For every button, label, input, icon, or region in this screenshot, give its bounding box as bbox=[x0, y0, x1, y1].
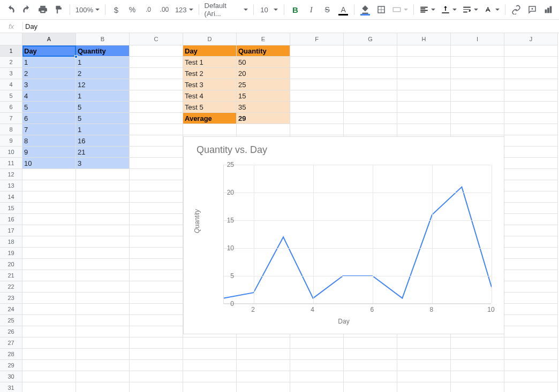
cell[interactable] bbox=[344, 349, 397, 360]
cell[interactable] bbox=[451, 113, 504, 124]
cell[interactable] bbox=[130, 360, 183, 371]
cell[interactable] bbox=[344, 102, 397, 113]
cell[interactable] bbox=[76, 214, 130, 225]
currency-button[interactable]: $ bbox=[109, 2, 124, 17]
cell[interactable] bbox=[130, 147, 183, 158]
row-header[interactable]: 8 bbox=[0, 124, 22, 135]
row-header[interactable]: 28 bbox=[0, 349, 22, 360]
cell[interactable] bbox=[130, 45, 183, 57]
cell[interactable] bbox=[76, 349, 130, 360]
insert-comment-button[interactable] bbox=[525, 2, 540, 17]
cell[interactable] bbox=[290, 45, 344, 57]
cell[interactable] bbox=[504, 281, 558, 293]
select-all-corner[interactable] bbox=[0, 33, 22, 45]
cell[interactable] bbox=[451, 90, 504, 102]
cell[interactable] bbox=[130, 214, 183, 225]
cell[interactable] bbox=[130, 382, 183, 392]
cell[interactable]: Test 4 bbox=[183, 90, 237, 102]
cell[interactable]: Average bbox=[183, 113, 237, 124]
cell[interactable] bbox=[22, 214, 76, 225]
cell[interactable] bbox=[397, 90, 451, 102]
cell[interactable] bbox=[76, 315, 130, 326]
cell[interactable] bbox=[397, 349, 451, 360]
cell[interactable] bbox=[22, 225, 76, 236]
cell[interactable]: Day bbox=[22, 45, 76, 57]
text-color-button[interactable]: A bbox=[336, 2, 351, 17]
cell[interactable] bbox=[504, 90, 558, 102]
cell[interactable] bbox=[290, 349, 344, 360]
percent-button[interactable]: % bbox=[125, 2, 140, 17]
cell[interactable] bbox=[237, 371, 290, 382]
cell[interactable] bbox=[504, 304, 558, 315]
print-button[interactable] bbox=[35, 2, 50, 17]
cell[interactable] bbox=[451, 371, 504, 382]
merge-cells-dropdown[interactable] bbox=[390, 2, 410, 17]
cell[interactable]: 3 bbox=[76, 158, 130, 169]
cell[interactable]: 9 bbox=[22, 147, 76, 158]
cell[interactable] bbox=[504, 315, 558, 326]
cell[interactable] bbox=[130, 158, 183, 169]
cell[interactable] bbox=[130, 180, 183, 191]
cell[interactable]: Test 2 bbox=[183, 68, 237, 79]
cell[interactable]: 2 bbox=[22, 68, 76, 79]
row-header[interactable]: 7 bbox=[0, 113, 22, 124]
cell[interactable] bbox=[397, 360, 451, 371]
cell[interactable] bbox=[290, 90, 344, 102]
cell[interactable] bbox=[451, 102, 504, 113]
cell[interactable] bbox=[130, 113, 183, 124]
cell[interactable] bbox=[504, 180, 558, 191]
column-header[interactable]: I bbox=[451, 33, 504, 45]
text-rotation-dropdown[interactable] bbox=[481, 2, 502, 17]
spreadsheet-grid[interactable]: ABCDEFGHIJ 12345678910111213141516171819… bbox=[0, 33, 559, 392]
cell[interactable] bbox=[397, 68, 451, 79]
cell[interactable]: 29 bbox=[237, 113, 290, 124]
cell[interactable] bbox=[130, 57, 183, 68]
cell[interactable] bbox=[504, 135, 558, 147]
cell[interactable] bbox=[130, 270, 183, 281]
cell[interactable] bbox=[130, 304, 183, 315]
row-header[interactable]: 29 bbox=[0, 360, 22, 371]
row-header[interactable]: 17 bbox=[0, 225, 22, 236]
row-header[interactable]: 14 bbox=[0, 191, 22, 203]
cell[interactable] bbox=[504, 293, 558, 304]
cell[interactable] bbox=[504, 191, 558, 203]
cell[interactable] bbox=[290, 337, 344, 349]
row-header[interactable]: 22 bbox=[0, 281, 22, 293]
cell[interactable] bbox=[504, 147, 558, 158]
cell[interactable] bbox=[130, 79, 183, 90]
cell[interactable] bbox=[130, 169, 183, 180]
fill-color-button[interactable] bbox=[358, 2, 373, 17]
cell[interactable] bbox=[76, 203, 130, 214]
row-header[interactable]: 26 bbox=[0, 326, 22, 337]
cell[interactable] bbox=[130, 259, 183, 270]
cell[interactable] bbox=[130, 124, 183, 135]
cell[interactable] bbox=[76, 248, 130, 259]
cell[interactable] bbox=[504, 382, 558, 392]
column-header[interactable]: A bbox=[22, 33, 76, 45]
cell[interactable]: 4 bbox=[22, 90, 76, 102]
cell[interactable] bbox=[76, 382, 130, 392]
cell[interactable] bbox=[76, 180, 130, 191]
cell[interactable] bbox=[22, 304, 76, 315]
cell[interactable]: 21 bbox=[76, 147, 130, 158]
cell[interactable] bbox=[451, 382, 504, 392]
cell[interactable] bbox=[22, 349, 76, 360]
cell[interactable] bbox=[130, 293, 183, 304]
insert-chart-button[interactable] bbox=[541, 2, 556, 17]
row-header[interactable]: 4 bbox=[0, 79, 22, 90]
cell[interactable] bbox=[130, 326, 183, 337]
cell[interactable] bbox=[344, 360, 397, 371]
cell[interactable] bbox=[130, 371, 183, 382]
cell[interactable] bbox=[451, 57, 504, 68]
cell[interactable] bbox=[22, 203, 76, 214]
text-wrap-dropdown[interactable] bbox=[460, 2, 480, 17]
decrease-decimal-button[interactable]: .0 bbox=[141, 2, 156, 17]
cell[interactable] bbox=[504, 203, 558, 214]
cell[interactable] bbox=[22, 371, 76, 382]
cell[interactable] bbox=[290, 360, 344, 371]
cell[interactable] bbox=[504, 57, 558, 68]
cell[interactable] bbox=[344, 124, 397, 135]
cell[interactable]: 25 bbox=[237, 79, 290, 90]
cell[interactable]: 7 bbox=[22, 124, 76, 135]
cell[interactable] bbox=[22, 382, 76, 392]
